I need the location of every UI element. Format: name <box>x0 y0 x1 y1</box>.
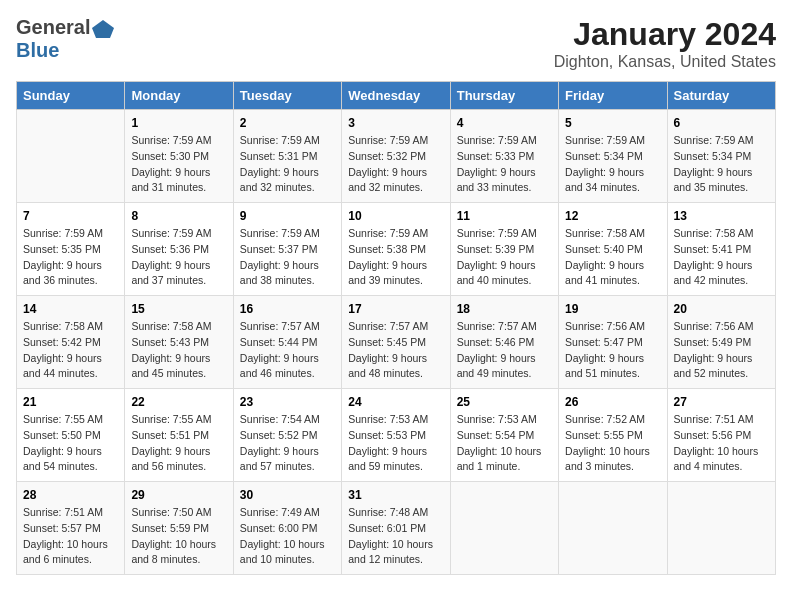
calendar-title: January 2024 <box>554 16 776 53</box>
day-number: 16 <box>240 302 335 316</box>
calendar-cell <box>17 110 125 203</box>
day-info: Sunrise: 7:58 AM Sunset: 5:40 PM Dayligh… <box>565 226 660 289</box>
day-number: 7 <box>23 209 118 223</box>
day-number: 31 <box>348 488 443 502</box>
day-info: Sunrise: 7:53 AM Sunset: 5:53 PM Dayligh… <box>348 412 443 475</box>
day-info: Sunrise: 7:53 AM Sunset: 5:54 PM Dayligh… <box>457 412 552 475</box>
day-number: 3 <box>348 116 443 130</box>
day-number: 18 <box>457 302 552 316</box>
day-info: Sunrise: 7:59 AM Sunset: 5:38 PM Dayligh… <box>348 226 443 289</box>
calendar-cell: 3Sunrise: 7:59 AM Sunset: 5:32 PM Daylig… <box>342 110 450 203</box>
calendar-cell: 28Sunrise: 7:51 AM Sunset: 5:57 PM Dayli… <box>17 482 125 575</box>
calendar-cell: 2Sunrise: 7:59 AM Sunset: 5:31 PM Daylig… <box>233 110 341 203</box>
calendar-table: SundayMondayTuesdayWednesdayThursdayFrid… <box>16 81 776 575</box>
day-info: Sunrise: 7:59 AM Sunset: 5:32 PM Dayligh… <box>348 133 443 196</box>
logo-icon <box>92 20 114 38</box>
day-info: Sunrise: 7:59 AM Sunset: 5:33 PM Dayligh… <box>457 133 552 196</box>
day-info: Sunrise: 7:56 AM Sunset: 5:49 PM Dayligh… <box>674 319 769 382</box>
calendar-cell: 17Sunrise: 7:57 AM Sunset: 5:45 PM Dayli… <box>342 296 450 389</box>
day-number: 27 <box>674 395 769 409</box>
day-number: 25 <box>457 395 552 409</box>
week-row-1: 1Sunrise: 7:59 AM Sunset: 5:30 PM Daylig… <box>17 110 776 203</box>
day-number: 6 <box>674 116 769 130</box>
calendar-cell: 21Sunrise: 7:55 AM Sunset: 5:50 PM Dayli… <box>17 389 125 482</box>
calendar-cell: 18Sunrise: 7:57 AM Sunset: 5:46 PM Dayli… <box>450 296 558 389</box>
day-number: 19 <box>565 302 660 316</box>
day-number: 2 <box>240 116 335 130</box>
day-info: Sunrise: 7:59 AM Sunset: 5:30 PM Dayligh… <box>131 133 226 196</box>
week-row-2: 7Sunrise: 7:59 AM Sunset: 5:35 PM Daylig… <box>17 203 776 296</box>
logo-blue: Blue <box>16 39 114 62</box>
day-number: 23 <box>240 395 335 409</box>
day-info: Sunrise: 7:58 AM Sunset: 5:41 PM Dayligh… <box>674 226 769 289</box>
day-info: Sunrise: 7:59 AM Sunset: 5:36 PM Dayligh… <box>131 226 226 289</box>
day-number: 15 <box>131 302 226 316</box>
day-info: Sunrise: 7:51 AM Sunset: 5:56 PM Dayligh… <box>674 412 769 475</box>
day-number: 22 <box>131 395 226 409</box>
day-info: Sunrise: 7:59 AM Sunset: 5:37 PM Dayligh… <box>240 226 335 289</box>
week-row-4: 21Sunrise: 7:55 AM Sunset: 5:50 PM Dayli… <box>17 389 776 482</box>
day-number: 14 <box>23 302 118 316</box>
calendar-cell: 31Sunrise: 7:48 AM Sunset: 6:01 PM Dayli… <box>342 482 450 575</box>
col-header-tuesday: Tuesday <box>233 82 341 110</box>
calendar-cell: 10Sunrise: 7:59 AM Sunset: 5:38 PM Dayli… <box>342 203 450 296</box>
calendar-cell: 23Sunrise: 7:54 AM Sunset: 5:52 PM Dayli… <box>233 389 341 482</box>
calendar-cell: 25Sunrise: 7:53 AM Sunset: 5:54 PM Dayli… <box>450 389 558 482</box>
calendar-cell: 26Sunrise: 7:52 AM Sunset: 5:55 PM Dayli… <box>559 389 667 482</box>
day-number: 10 <box>348 209 443 223</box>
day-info: Sunrise: 7:48 AM Sunset: 6:01 PM Dayligh… <box>348 505 443 568</box>
day-info: Sunrise: 7:59 AM Sunset: 5:34 PM Dayligh… <box>674 133 769 196</box>
day-info: Sunrise: 7:57 AM Sunset: 5:46 PM Dayligh… <box>457 319 552 382</box>
day-info: Sunrise: 7:49 AM Sunset: 6:00 PM Dayligh… <box>240 505 335 568</box>
day-number: 9 <box>240 209 335 223</box>
calendar-cell: 14Sunrise: 7:58 AM Sunset: 5:42 PM Dayli… <box>17 296 125 389</box>
calendar-cell: 12Sunrise: 7:58 AM Sunset: 5:40 PM Dayli… <box>559 203 667 296</box>
day-info: Sunrise: 7:54 AM Sunset: 5:52 PM Dayligh… <box>240 412 335 475</box>
day-info: Sunrise: 7:55 AM Sunset: 5:50 PM Dayligh… <box>23 412 118 475</box>
day-info: Sunrise: 7:59 AM Sunset: 5:34 PM Dayligh… <box>565 133 660 196</box>
calendar-cell: 6Sunrise: 7:59 AM Sunset: 5:34 PM Daylig… <box>667 110 775 203</box>
day-info: Sunrise: 7:59 AM Sunset: 5:39 PM Dayligh… <box>457 226 552 289</box>
day-number: 12 <box>565 209 660 223</box>
calendar-cell: 22Sunrise: 7:55 AM Sunset: 5:51 PM Dayli… <box>125 389 233 482</box>
day-info: Sunrise: 7:51 AM Sunset: 5:57 PM Dayligh… <box>23 505 118 568</box>
day-info: Sunrise: 7:52 AM Sunset: 5:55 PM Dayligh… <box>565 412 660 475</box>
logo-general: General <box>16 16 90 39</box>
calendar-cell <box>667 482 775 575</box>
col-header-wednesday: Wednesday <box>342 82 450 110</box>
day-number: 17 <box>348 302 443 316</box>
calendar-cell: 27Sunrise: 7:51 AM Sunset: 5:56 PM Dayli… <box>667 389 775 482</box>
day-number: 21 <box>23 395 118 409</box>
calendar-cell: 13Sunrise: 7:58 AM Sunset: 5:41 PM Dayli… <box>667 203 775 296</box>
calendar-cell <box>450 482 558 575</box>
calendar-cell: 15Sunrise: 7:58 AM Sunset: 5:43 PM Dayli… <box>125 296 233 389</box>
day-info: Sunrise: 7:50 AM Sunset: 5:59 PM Dayligh… <box>131 505 226 568</box>
day-info: Sunrise: 7:57 AM Sunset: 5:44 PM Dayligh… <box>240 319 335 382</box>
logo: General Blue <box>16 16 114 62</box>
calendar-cell: 1Sunrise: 7:59 AM Sunset: 5:30 PM Daylig… <box>125 110 233 203</box>
day-number: 24 <box>348 395 443 409</box>
week-row-3: 14Sunrise: 7:58 AM Sunset: 5:42 PM Dayli… <box>17 296 776 389</box>
col-header-sunday: Sunday <box>17 82 125 110</box>
day-info: Sunrise: 7:58 AM Sunset: 5:43 PM Dayligh… <box>131 319 226 382</box>
page-header: General Blue January 2024 Dighton, Kansa… <box>16 16 776 71</box>
calendar-subtitle: Dighton, Kansas, United States <box>554 53 776 71</box>
calendar-cell: 30Sunrise: 7:49 AM Sunset: 6:00 PM Dayli… <box>233 482 341 575</box>
calendar-cell: 7Sunrise: 7:59 AM Sunset: 5:35 PM Daylig… <box>17 203 125 296</box>
day-number: 28 <box>23 488 118 502</box>
col-header-friday: Friday <box>559 82 667 110</box>
calendar-cell: 5Sunrise: 7:59 AM Sunset: 5:34 PM Daylig… <box>559 110 667 203</box>
col-header-thursday: Thursday <box>450 82 558 110</box>
day-info: Sunrise: 7:58 AM Sunset: 5:42 PM Dayligh… <box>23 319 118 382</box>
day-number: 30 <box>240 488 335 502</box>
header-row: SundayMondayTuesdayWednesdayThursdayFrid… <box>17 82 776 110</box>
day-number: 11 <box>457 209 552 223</box>
calendar-cell: 11Sunrise: 7:59 AM Sunset: 5:39 PM Dayli… <box>450 203 558 296</box>
calendar-cell <box>559 482 667 575</box>
day-number: 13 <box>674 209 769 223</box>
day-number: 26 <box>565 395 660 409</box>
day-info: Sunrise: 7:57 AM Sunset: 5:45 PM Dayligh… <box>348 319 443 382</box>
svg-marker-0 <box>92 20 114 38</box>
calendar-cell: 16Sunrise: 7:57 AM Sunset: 5:44 PM Dayli… <box>233 296 341 389</box>
calendar-cell: 9Sunrise: 7:59 AM Sunset: 5:37 PM Daylig… <box>233 203 341 296</box>
